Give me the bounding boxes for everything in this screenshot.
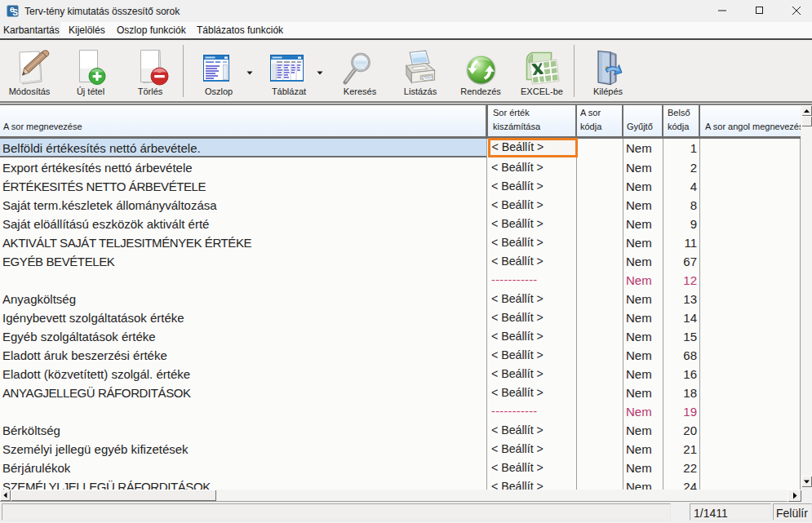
svg-text:S: S: [12, 8, 18, 17]
